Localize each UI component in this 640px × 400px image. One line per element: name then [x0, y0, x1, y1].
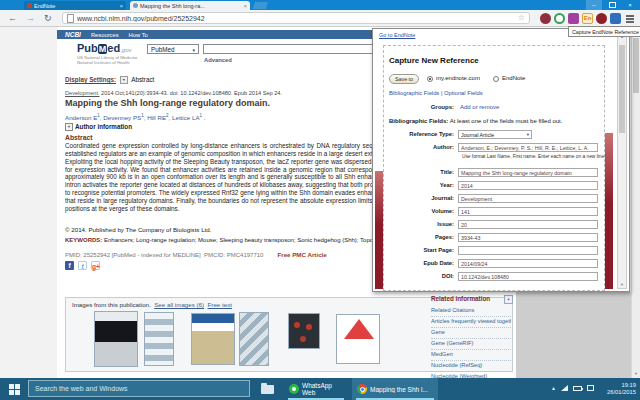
pages-field[interactable]	[458, 233, 598, 242]
scrollbar-thumb[interactable]	[633, 38, 639, 93]
endnote-capture-icon[interactable]: En	[582, 13, 593, 24]
related-link[interactable]: Gene (GeneRIF)	[431, 339, 511, 350]
forward-icon[interactable]: →	[26, 12, 35, 24]
facebook-icon[interactable]: f	[65, 261, 74, 270]
epub-date-field[interactable]	[458, 259, 598, 268]
related-link[interactable]: MedGen	[431, 350, 511, 361]
battery-icon[interactable]	[573, 386, 582, 391]
bibliographic-fields-link[interactable]: Bibliographic Fields	[389, 90, 439, 96]
desktop-screen: EndNote × Mapping the Shh long-ra... × –…	[0, 0, 640, 400]
tab-close-icon[interactable]: ×	[119, 3, 123, 9]
field-label: Epub Date:	[388, 260, 454, 266]
figure-thumbnail[interactable]	[239, 312, 269, 366]
ncbi-howto-menu[interactable]: How To	[129, 32, 148, 38]
chevron-down-icon[interactable]: ▾	[120, 76, 128, 84]
optional-fields-link[interactable]: Optional Fields	[444, 90, 483, 96]
windows-ext-icon[interactable]	[610, 13, 621, 24]
figure-thumbnail[interactable]	[191, 313, 235, 365]
author-link[interactable]: Anderson E1	[65, 114, 103, 121]
pubmed-logo[interactable]: PubMed.gov	[77, 42, 131, 54]
address-bar[interactable]: www.ncbi.nlm.nih.gov/pubmed/25252942 ☆	[62, 12, 530, 24]
collapse-toggle-icon[interactable]: ▴	[504, 295, 513, 304]
doi-field[interactable]	[458, 272, 598, 281]
title-field[interactable]	[458, 168, 598, 177]
twitter-icon[interactable]: t	[78, 261, 87, 270]
taskbar-clock[interactable]: 19:19 26/01/2015	[607, 382, 636, 396]
tab-endnote[interactable]: EndNote ×	[24, 1, 126, 10]
scroll-down-icon[interactable]: ▼	[618, 282, 626, 287]
tab-mapping-shh[interactable]: Mapping the Shh long-ra... ×	[130, 1, 250, 10]
year-field[interactable]	[458, 181, 598, 190]
save-to-button[interactable]: Save to	[389, 74, 419, 84]
network-icon[interactable]	[561, 385, 568, 391]
journal-field[interactable]	[458, 194, 598, 203]
tray-expand-icon[interactable]: ▲	[551, 385, 556, 391]
close-button[interactable]: ×	[622, 0, 638, 10]
search-scope-select[interactable]: PubMed▾	[147, 44, 199, 54]
display-settings-row: Display Settings: ▾ Abstract	[65, 76, 154, 84]
mendeley-icon[interactable]	[596, 13, 607, 24]
reference-type-select[interactable]: Journal Article▾	[458, 130, 532, 139]
display-settings-link[interactable]: Display Settings:	[65, 76, 116, 83]
pocket-icon[interactable]	[540, 13, 551, 24]
related-link[interactable]: Nucleotide (RefSeq)	[431, 361, 511, 372]
action-center-icon[interactable]	[587, 385, 594, 391]
related-link[interactable]: Articles frequently viewed together	[431, 317, 511, 328]
ncbi-resources-menu[interactable]: Resources	[91, 32, 119, 38]
abstract-heading: Abstract	[65, 134, 93, 141]
author-link[interactable]: Lettice LA1	[172, 114, 202, 121]
refresh-icon[interactable]: ↻	[44, 12, 52, 24]
radio-endnote[interactable]	[493, 76, 499, 82]
free-text-link[interactable]: Free text	[208, 301, 232, 308]
goto-endnote-link[interactable]: Go to EndNote	[379, 32, 415, 38]
tab-close-icon[interactable]: ×	[243, 3, 247, 9]
maximize-button[interactable]	[604, 0, 620, 10]
ncbi-logo[interactable]: NCBI	[65, 31, 81, 38]
taskbar-app-whatsapp[interactable]: WhatsApp Web	[284, 378, 348, 400]
free-pmc-link[interactable]: Free PMC Article	[277, 251, 326, 258]
back-icon[interactable]: ←	[8, 12, 17, 24]
new-tab-button[interactable]	[253, 2, 268, 9]
start-page-field[interactable]	[458, 246, 598, 255]
author-link[interactable]: Devenney PS1	[103, 114, 147, 121]
scroll-down-icon[interactable]: ▼	[632, 371, 640, 376]
author-help-text: Use format Last Name, First name. Enter …	[462, 154, 607, 160]
author-field[interactable]	[458, 143, 598, 152]
minimize-button[interactable]: –	[586, 0, 602, 10]
figure-thumbnail[interactable]	[144, 312, 174, 366]
author-link[interactable]: Hill RE2	[147, 114, 172, 121]
add-or-remove-link[interactable]: Add or remove	[460, 104, 499, 110]
taskbar-app-chrome-active[interactable]: Mapping the Shh l...	[352, 378, 438, 400]
taskbar-search-box[interactable]: Search the web and Windows	[28, 380, 250, 397]
url-text[interactable]: www.ncbi.nlm.nih.gov/pubmed/25252942	[77, 15, 515, 22]
browser-scrollbar[interactable]: ▲ ▼	[631, 27, 640, 378]
figure-thumbnail[interactable]	[336, 314, 380, 364]
evernote-icon[interactable]	[554, 13, 565, 24]
journal-link[interactable]: Development.	[65, 90, 100, 96]
expand-plus-icon: +	[65, 123, 73, 131]
scrollbar-thumb[interactable]	[619, 45, 625, 133]
figure-thumbnail[interactable]	[288, 313, 320, 349]
related-link[interactable]: Related Citations	[431, 306, 511, 317]
field-row-journal: Journal:	[388, 194, 602, 204]
volume-field[interactable]	[458, 207, 598, 216]
file-explorer-icon[interactable]	[261, 385, 274, 394]
start-button[interactable]	[9, 384, 20, 395]
radio-my-endnote[interactable]	[427, 76, 433, 82]
advanced-search-link[interactable]: Advanced	[204, 57, 232, 63]
taskbar-app-label: WhatsApp Web	[302, 382, 343, 396]
figure-thumbnail[interactable]	[94, 311, 138, 367]
chevron-down-icon: ▾	[192, 45, 195, 55]
browser-toolbar: ← → ↻ www.ncbi.nlm.nih.gov/pubmed/252529…	[0, 10, 640, 27]
popup-scrollbar[interactable]: ▲ ▼	[617, 32, 627, 289]
googleplus-icon[interactable]: g+	[91, 261, 100, 270]
bookmark-star-icon[interactable]: ☆	[518, 14, 525, 22]
related-link[interactable]: Gene	[431, 328, 511, 339]
author-information-toggle[interactable]: +Author information	[65, 123, 132, 131]
onetab-icon[interactable]	[568, 13, 579, 24]
taskbar-app-label: Mapping the Shh l...	[370, 386, 428, 393]
menu-icon[interactable]	[626, 15, 634, 17]
issue-field[interactable]	[458, 220, 598, 229]
browser-titlebar: EndNote × Mapping the Shh long-ra... × –…	[0, 0, 640, 10]
see-all-images-link[interactable]: See all images (6)	[154, 301, 204, 308]
